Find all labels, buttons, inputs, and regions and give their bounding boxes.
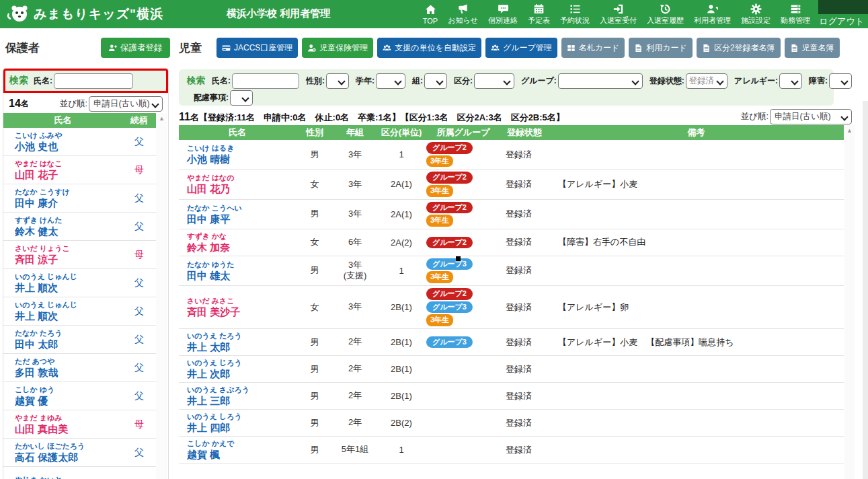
name-card-button[interactable]: 名札カード bbox=[561, 38, 625, 58]
group-badge[interactable]: グループ2 bbox=[426, 237, 473, 249]
guardian-name-search-input[interactable] bbox=[54, 73, 133, 89]
child-kubun: 1 bbox=[377, 266, 426, 276]
children-row[interactable]: こいけ はるき小池 晴樹男3年1グループ23年生登録済 bbox=[179, 140, 844, 170]
child-name-cell: こいけ はるき小池 晴樹 bbox=[179, 145, 296, 164]
filter-grade-select[interactable] bbox=[376, 73, 405, 89]
child-status: 登録済 bbox=[500, 264, 549, 277]
filter-class-select[interactable] bbox=[424, 73, 447, 89]
nav-item-user-manage[interactable]: 利用者管理 bbox=[694, 3, 731, 26]
children-row[interactable]: すずき かな鈴木 加奈女6年2A(2)グループ2登録済【障害】右手の不自由 bbox=[179, 229, 844, 256]
nav-item-megaphone[interactable]: お知らせ bbox=[448, 3, 478, 26]
filter-care-select[interactable] bbox=[230, 90, 253, 106]
group-badge[interactable]: 3年生 bbox=[426, 215, 453, 227]
jaccs-button[interactable]: JACCS口座管理 bbox=[216, 38, 298, 58]
guardian-relation: 父 bbox=[122, 334, 156, 346]
guardian-row[interactable]: やまだ まゆみ山田 真由美母 bbox=[3, 410, 156, 439]
nav-item-label: 入退室履歴 bbox=[647, 15, 684, 26]
nav-item-entry[interactable]: 入退室受付 bbox=[600, 3, 637, 26]
filter-disability-select[interactable] bbox=[829, 73, 852, 89]
child-name-cell: こしか かえで越賀 楓 bbox=[179, 440, 296, 459]
children-filterbox: 検索 氏名:性別:学年:組:区分:グループ:登録状態:登録済アレルギー:障害: … bbox=[179, 69, 834, 106]
logout-button[interactable]: ログアウト bbox=[819, 15, 864, 28]
nav-item-gear[interactable]: 施設設定 bbox=[741, 3, 771, 26]
insurance-button[interactable]: 児童保険管理 bbox=[302, 38, 373, 58]
children-sort-label: 並び順: bbox=[741, 111, 768, 122]
children-row[interactable]: こしか かえで越賀 楓男5年1組1登録済 bbox=[179, 437, 844, 464]
guardian-row[interactable]: いのうえ じゅんじ井上 順次父 bbox=[3, 297, 156, 326]
nav-item-reservation-list[interactable]: 予約状況 bbox=[560, 3, 590, 26]
nav-item-history[interactable]: 入退室履歴 bbox=[647, 3, 684, 26]
guardian-row[interactable]: さいだ りょうこ斉田 涼子母 bbox=[3, 241, 156, 269]
filter-group-select[interactable] bbox=[558, 73, 643, 89]
group-badge[interactable]: グループ2 bbox=[426, 172, 473, 184]
children-scrollbar[interactable]: ▲ bbox=[844, 125, 855, 479]
group-badge[interactable]: 3年生 bbox=[426, 314, 453, 326]
child-roster-button[interactable]: 児童名簿 bbox=[785, 38, 840, 58]
child-kubun: 1 bbox=[377, 149, 426, 159]
auto-unit-button[interactable]: 支援の単位を自動設定 bbox=[377, 38, 481, 58]
guardian-row[interactable]: こいけ ふみや小池 史也父 bbox=[3, 128, 156, 156]
children-row[interactable]: いのうえ じろう井上 次郎男2年2B(1)登録済 bbox=[179, 356, 844, 383]
filter-allergy-select[interactable] bbox=[779, 73, 802, 89]
topbar: みまもりキッズ"横浜 横浜小学校 利用者管理 TOPお知らせ個別連絡予定表予約状… bbox=[0, 0, 868, 28]
app-logo[interactable]: みまもりキッズ"横浜 bbox=[5, 4, 163, 24]
children-row[interactable]: さいだ みさこ斉田 美沙子女3年2B(1)グループ2グループ33年生登録済【アレ… bbox=[179, 286, 844, 329]
group-badge[interactable]: グループ2 bbox=[426, 142, 473, 154]
children-row[interactable]: いのうえ たろう井上 太郎男2年2B(1)グループ3登録済【アレルギー】小麦 【… bbox=[179, 329, 844, 356]
group-badge[interactable]: 3年生 bbox=[426, 155, 453, 168]
child-name: 越賀 楓 bbox=[187, 449, 296, 459]
group-badge[interactable]: グループ3 bbox=[426, 301, 473, 314]
nav-item-work-manage[interactable]: 勤務管理 bbox=[781, 3, 810, 26]
guardian-register-button[interactable]: 保護者登録 bbox=[101, 38, 170, 58]
guardian-row[interactable]: ただ あつや多田 敦哉父 bbox=[3, 354, 156, 382]
group-badge[interactable]: グループ2 bbox=[426, 202, 473, 214]
filter-status-select[interactable]: 登録済 bbox=[686, 73, 727, 89]
guardian-col-name: 氏名 bbox=[3, 114, 122, 126]
nav-item-home[interactable]: TOP bbox=[423, 4, 438, 25]
guardian-row[interactable]: たなか こうすけ田中 康介父 bbox=[3, 184, 156, 213]
guardian-row[interactable]: やじま かいと bbox=[3, 467, 156, 479]
group-badge[interactable]: 3年生 bbox=[426, 271, 453, 283]
group-manage-label: グループ管理 bbox=[503, 42, 552, 54]
guardian-row[interactable]: こしか ゆう越賀 優父 bbox=[3, 382, 156, 410]
children-search-label: 検索 bbox=[187, 75, 205, 87]
child-grade-main: 2年 bbox=[333, 417, 377, 428]
children-row[interactable]: いのうえ さぶろう井上 三郎男2年2B(1)登録済 bbox=[179, 383, 844, 410]
children-sort-select[interactable]: 申請日(古い順) bbox=[770, 109, 852, 124]
group-badge[interactable]: グループ3 bbox=[426, 258, 473, 270]
guardian-sort-select[interactable]: 申請日(古い順) bbox=[89, 96, 163, 112]
child-name-cell: やまだ はなの山田 花乃 bbox=[179, 174, 296, 194]
nav-item-chat[interactable]: 個別連絡 bbox=[488, 3, 518, 26]
logout-area[interactable]: ログアウト bbox=[818, 0, 868, 28]
page-scrollbar[interactable] bbox=[863, 101, 868, 479]
kubun2-roster-button[interactable]: 区分2登録者名簿 bbox=[697, 38, 781, 58]
group-badge[interactable]: グループ2 bbox=[426, 288, 473, 300]
group-badge[interactable]: グループ3 bbox=[426, 336, 473, 348]
guardians-panel: 検索 氏名: 14 名 並び順: 申請日(古い順) 氏名 続柄 こいけ ふみや小… bbox=[3, 68, 169, 479]
filter-name-input[interactable] bbox=[232, 73, 299, 89]
guardians-section-title: 保護者 bbox=[5, 40, 40, 56]
children-section-title: 児童 bbox=[179, 40, 202, 56]
child-name: 田中 康平 bbox=[187, 214, 296, 224]
children-row[interactable]: たなか ゆうた田中 雄太男3年(支援)1グループ33年生登録済 bbox=[179, 256, 844, 286]
child-kubun: 2A(1) bbox=[377, 209, 426, 219]
children-row[interactable]: やまだ はなの山田 花乃女3年2A(1)グループ23年生登録済【アレルギー】小麦 bbox=[179, 170, 844, 199]
filter-group: グループ: bbox=[516, 73, 643, 89]
guardian-scrollbar[interactable]: ▲ bbox=[156, 113, 167, 479]
filter-sex-select[interactable] bbox=[326, 73, 349, 89]
guardian-row[interactable]: たかいし ほごたろう高石 保護太郎父 bbox=[3, 439, 156, 467]
use-card-button[interactable]: 利用カード bbox=[629, 38, 693, 58]
group-badge[interactable]: 3年生 bbox=[426, 185, 453, 197]
child-kubun: 2B(1) bbox=[377, 364, 426, 374]
children-row[interactable]: たなか こうへい田中 康平男3年2A(1)グループ23年生登録済 bbox=[179, 200, 844, 229]
doc-icon bbox=[634, 44, 643, 52]
group-manage-button[interactable]: グループ管理 bbox=[485, 38, 557, 58]
filter-kubun-select[interactable] bbox=[474, 73, 514, 89]
children-table: こいけ はるき小池 晴樹男3年1グループ23年生登録済やまだ はなの山田 花乃女… bbox=[179, 140, 844, 464]
guardian-row[interactable]: たなか たろう田中 太郎父 bbox=[3, 326, 156, 354]
guardian-row[interactable]: やまだ はなこ山田 花子母 bbox=[3, 156, 156, 184]
guardian-row[interactable]: すずき けんた鈴木 健太父 bbox=[3, 213, 156, 241]
nav-item-calendar[interactable]: 予定表 bbox=[528, 3, 550, 26]
guardian-row[interactable]: いのうえ じゅんじ井上 順次父 bbox=[3, 269, 156, 297]
children-row[interactable]: いのうえ しろう井上 四郎男2年2B(2)登録済 bbox=[179, 410, 844, 437]
